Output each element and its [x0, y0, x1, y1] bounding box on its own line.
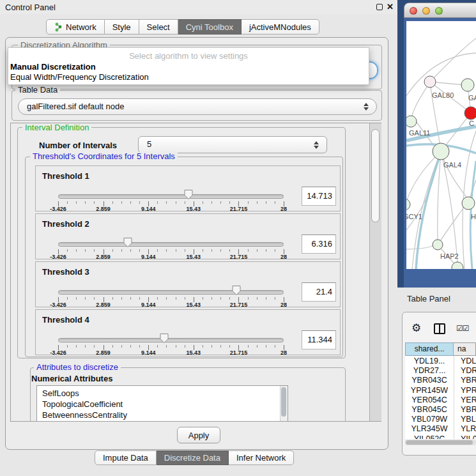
minimize-traffic-light[interactable]: [422, 7, 430, 15]
tab-impute-data[interactable]: Impute Data: [95, 450, 157, 465]
table-row[interactable]: YLR345WYLR3: [405, 424, 476, 434]
network-graph: GAL80 GA C GAL11 GAL4 GCY1 H HAP2: [406, 21, 476, 269]
node-label: GCY1: [406, 213, 422, 220]
table-row[interactable]: YDR27...YDR2: [405, 366, 476, 376]
table-panel-title: Table Panel: [407, 294, 450, 303]
control-panel-titlebar: Control Panel ✕: [0, 0, 397, 14]
threshold-label: Threshold 1: [42, 171, 89, 181]
list-item[interactable]: SelfLoops: [37, 388, 288, 399]
node-label: GAL4: [443, 161, 461, 169]
node-partial-h[interactable]: [462, 197, 475, 210]
attributes-group-title: Attributes to discretize: [34, 363, 121, 371]
slider-thumb[interactable]: [231, 285, 241, 296]
threshold-label: Threshold 2: [42, 219, 89, 229]
table-row[interactable]: YIL052CYIL0: [405, 434, 476, 439]
threshold-value-field[interactable]: 6.316: [302, 234, 336, 254]
threshold-label: Threshold 3: [42, 267, 89, 277]
tab-discretize-data[interactable]: Discretize Data: [157, 450, 229, 465]
threshold-value-field[interactable]: 21.4: [302, 282, 336, 302]
screen: Control Panel ✕ Network Style Select Cyn…: [0, 0, 476, 476]
slider-track[interactable]: [58, 242, 284, 247]
gear-icon[interactable]: ⚙: [411, 321, 421, 335]
numerical-attributes-heading: Numerical Attributes: [31, 374, 112, 383]
option-equal-width-frequency[interactable]: Equal Width/Frequency Discretization: [10, 72, 149, 82]
number-of-intervals-spinner[interactable]: 5: [138, 136, 327, 153]
tab-infer-network[interactable]: Infer Network: [229, 450, 294, 465]
node-red-selected[interactable]: [464, 107, 476, 119]
number-of-intervals-label: Number of Intervals: [39, 141, 117, 150]
combo-arrows-icon: [364, 103, 369, 111]
threshold-value-field[interactable]: 11.344: [302, 330, 336, 349]
main-scrollbar-thumb[interactable]: [371, 129, 380, 222]
node-label: C: [469, 119, 474, 127]
list-item[interactable]: BetweennessCentrality: [37, 410, 288, 420]
threshold-value-field[interactable]: 14.713: [302, 187, 336, 206]
bottom-tab-bar: Impute Data Discretize Data Infer Networ…: [95, 450, 294, 465]
panel-title: Control Panel: [5, 3, 56, 12]
tab-network[interactable]: Network: [46, 19, 105, 35]
tab-cyni-toolbox[interactable]: Cyni Toolbox: [178, 19, 242, 35]
slider-thumb[interactable]: [159, 333, 169, 344]
zoom-traffic-light[interactable]: [435, 7, 443, 15]
table-row[interactable]: YER054CYER0: [405, 395, 476, 405]
column-header-name[interactable]: na: [454, 342, 476, 356]
apply-button[interactable]: Apply: [177, 427, 220, 443]
slider-scale: -3.4262.8599.144 15.4321.71528: [58, 206, 284, 213]
slider-track[interactable]: [58, 194, 284, 199]
float-window-icon[interactable]: [376, 4, 383, 10]
list-item[interactable]: TopologicalCoefficient: [37, 399, 288, 410]
tab-style[interactable]: Style: [105, 19, 139, 35]
table-row[interactable]: YPR145WYPR1: [405, 386, 476, 395]
table-horizontal-scrollbar-thumb[interactable]: [406, 440, 473, 445]
threshold-row: Threshold 3 -3.4262.8599.144 15.4321.715…: [35, 261, 341, 307]
network-window-titlebar[interactable]: [404, 3, 476, 18]
node-gal80[interactable]: [424, 76, 436, 88]
numerical-attributes-list[interactable]: SelfLoops TopologicalCoefficient Between…: [36, 385, 288, 422]
node-gcy1[interactable]: [406, 199, 410, 210]
slider-thumb[interactable]: [123, 237, 133, 248]
algorithm-dropdown-popup: Select algorithm to view settings Manual…: [8, 47, 369, 85]
table-data-title: Table Data: [15, 86, 60, 94]
slider-thumb[interactable]: [183, 189, 193, 200]
table-row[interactable]: YBL079WYBL0: [405, 415, 476, 424]
columns-icon[interactable]: [434, 323, 445, 334]
node-label: HAP2: [440, 252, 459, 260]
dropdown-hint: Select algorithm to view settings: [8, 51, 369, 61]
node-gal11[interactable]: [406, 116, 417, 127]
node-label: GAL80: [432, 91, 454, 99]
thresholds-group-title: Threshold's Coordinates for 5 Intervals: [30, 152, 178, 160]
threshold-row: Threshold 1 -3.4262.8599.144 15.4321.715…: [35, 165, 341, 211]
node-hap2[interactable]: [433, 240, 443, 250]
network-canvas[interactable]: GAL80 GA C GAL11 GAL4 GCY1 H HAP2: [406, 21, 476, 269]
slider-track[interactable]: [58, 290, 284, 295]
close-icon[interactable]: ✕: [387, 2, 394, 12]
node-partial-g[interactable]: [461, 79, 474, 91]
table-row[interactable]: YDL19...YDL1: [405, 357, 476, 366]
checkbox-icons[interactable]: ☑☑: [456, 324, 469, 333]
close-traffic-light[interactable]: [410, 7, 417, 15]
top-tab-bar: Network Style Select Cyni Toolbox jActiv…: [46, 19, 319, 35]
settings-scroll-area: Interval Definition Number of Intervals …: [10, 123, 381, 422]
threshold-row: Threshold 2 -3.4262.8599.144 15.4321.715…: [35, 213, 341, 259]
slider-scale: -3.4262.8599.144 15.4321.71528: [58, 349, 284, 357]
network-icon: [54, 22, 63, 32]
node-label: H: [471, 213, 476, 220]
table-row[interactable]: YBR045CYBR0: [405, 405, 476, 415]
interval-definition-title: Interval Definition: [22, 123, 91, 132]
slider-scale: -3.4262.8599.144 15.4321.71528: [58, 254, 284, 261]
tab-jactivemnodules[interactable]: jActiveMNodules: [242, 19, 319, 35]
spinner-arrows-icon: [314, 141, 319, 149]
threshold-label: Threshold 4: [42, 315, 89, 325]
table-data-combobox[interactable]: galFiltered.sif default node: [18, 98, 377, 115]
column-header-shared[interactable]: shared...: [405, 342, 454, 356]
node-gal4[interactable]: [433, 143, 449, 160]
node-label: GA: [468, 94, 476, 102]
table-row[interactable]: YBR043CYBR0: [405, 376, 476, 385]
node-label: GAL11: [409, 129, 430, 137]
slider-track[interactable]: [58, 338, 284, 342]
slider-scale: -3.4262.8599.144 15.4321.71528: [58, 302, 284, 309]
tab-select[interactable]: Select: [139, 19, 178, 35]
threshold-row: Threshold 4 -3.4262.8599.144 15.4321.715…: [35, 309, 341, 355]
table-rows: YDL19...YDL1 YDR27...YDR2 YBR043CYBR0 YP…: [402, 356, 476, 439]
option-manual-discretization[interactable]: Manual Discretization: [10, 62, 96, 72]
